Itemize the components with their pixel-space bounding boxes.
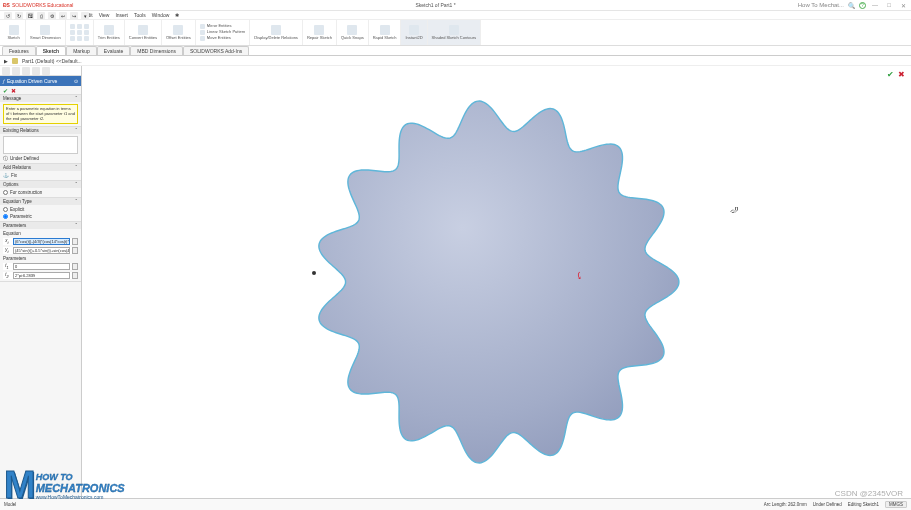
move-entities-label: Move Entities	[207, 36, 231, 40]
line-tool-icon[interactable]	[70, 24, 75, 29]
ribbon-quick-snaps[interactable]: Quick Snaps	[337, 20, 369, 45]
instant2d-icon	[409, 25, 419, 35]
collapse-icon[interactable]: ˄	[75, 128, 78, 133]
qa-redo-icon[interactable]: ↻	[15, 12, 23, 20]
tab-mbd-dimensions[interactable]: MBD Dimensions	[130, 46, 183, 55]
ellipse-tool-icon[interactable]	[77, 36, 82, 41]
ribbon-convert-entities[interactable]: Convert Entities	[125, 20, 162, 45]
mirror-entities-icon[interactable]	[200, 24, 205, 29]
t2-input[interactable]: 2*pi:6.2839	[13, 272, 70, 279]
pm-tab-feature-tree-icon[interactable]	[2, 67, 10, 75]
t2-spin-icon[interactable]	[72, 272, 78, 279]
point-tool-icon[interactable]	[84, 36, 89, 41]
convert-entities-icon	[138, 25, 148, 35]
pm-tab-config-icon[interactable]	[22, 67, 30, 75]
existing-relations-list[interactable]	[3, 136, 78, 154]
parametric-radio[interactable]: Parametric	[3, 214, 78, 219]
x-spin-icon[interactable]	[72, 238, 78, 245]
pm-tab-more-icon[interactable]	[42, 67, 50, 75]
menu-tools[interactable]: Tools	[134, 12, 146, 18]
ribbon-display-relations[interactable]: Display/Delete Relations	[250, 20, 303, 45]
ribbon-trim-entities[interactable]: Trim Entities	[94, 20, 125, 45]
pm-cancel-icon[interactable]: ✖	[11, 87, 16, 94]
breadcrumb-expand-icon[interactable]: ▶	[4, 58, 8, 64]
ribbon-repair-sketch[interactable]: Repair Sketch	[303, 20, 337, 45]
fix-relation-icon[interactable]: ⚓	[3, 173, 9, 178]
command-ribbon: Sketch Smart Dimension Trim Entities Con…	[0, 20, 911, 46]
ribbon-rapid-sketch[interactable]: Rapid Sketch	[369, 20, 402, 45]
x-equation-input[interactable]: (6*cos(t))-(4/3)*(cos(14*cos(t)*...	[13, 238, 70, 245]
qa-options-icon[interactable]: ⚙	[48, 12, 56, 20]
explicit-radio[interactable]: Explicit	[3, 207, 78, 212]
tab-evaluate[interactable]: Evaluate	[97, 46, 130, 55]
menu-more[interactable]: ✱	[175, 12, 179, 18]
pm-message-section: Message˄ Enter a parametric equation in …	[0, 95, 81, 127]
y-spin-icon[interactable]	[72, 247, 78, 254]
trim-entities-icon	[104, 25, 114, 35]
tab-addins[interactable]: SOLIDWORKS Add-Ins	[183, 46, 249, 55]
spline-tool-icon[interactable]	[70, 36, 75, 41]
collapse-icon[interactable]: ˄	[75, 182, 78, 187]
pm-title-bar: 𝑓 Equation Driven Curve ⊙	[0, 76, 81, 86]
window-minimize-button[interactable]: —	[870, 2, 880, 8]
qa-forward-icon[interactable]: ↪	[70, 12, 78, 20]
ribbon-offset-entities[interactable]: Offset Entities	[162, 20, 196, 45]
arc-tool-icon[interactable]	[77, 30, 82, 35]
search-icon[interactable]: 🔍	[848, 2, 855, 9]
breadcrumb-part-name[interactable]: Part1 (Default) <<Default...	[22, 58, 82, 64]
ribbon-display-relations-label: Display/Delete Relations	[254, 36, 298, 40]
qa-undo-icon[interactable]: ↺	[4, 12, 12, 20]
pm-pin-icon[interactable]: ⊙	[74, 78, 78, 84]
move-entities-icon[interactable]	[200, 36, 205, 41]
ribbon-shaded-contours[interactable]: Shaded Sketch Contours	[428, 20, 481, 45]
tab-markup[interactable]: Markup	[66, 46, 97, 55]
quick-access-toolbar: ↺ ↻ 🖫 ⎙ ⚙ ↩ ↪ ▾	[4, 11, 89, 20]
tab-sketch[interactable]: Sketch	[36, 46, 66, 55]
menu-window[interactable]: Window	[152, 12, 170, 18]
window-close-button[interactable]: ✕	[898, 2, 908, 9]
status-units[interactable]: MMGS	[885, 501, 907, 508]
graphics-viewport[interactable]: ✔ ✖ ⤹ ⮰	[82, 66, 911, 498]
pm-message-text: Enter a parametric equation in terms of …	[3, 104, 78, 124]
collapse-icon[interactable]: ˄	[75, 96, 78, 101]
linear-pattern-label: Linear Sketch Pattern	[207, 30, 245, 34]
ribbon-instant2d[interactable]: Instant2D	[401, 20, 427, 45]
qa-save-icon[interactable]: 🖫	[26, 12, 34, 20]
menu-insert[interactable]: Insert	[115, 12, 128, 18]
pm-ok-icon[interactable]: ✔	[3, 87, 8, 94]
circle-tool-icon[interactable]	[70, 30, 75, 35]
slot-tool-icon[interactable]	[84, 24, 89, 29]
pm-options-section: Options˄ For construction	[0, 181, 81, 198]
ribbon-sketch[interactable]: Sketch	[2, 20, 26, 45]
pm-title-text: Equation Driven Curve	[7, 78, 57, 84]
cancel-sketch-icon[interactable]: ✖	[898, 70, 905, 79]
pm-tab-property-icon[interactable]	[12, 67, 20, 75]
for-construction-input[interactable]	[3, 190, 8, 195]
collapse-icon[interactable]: ˄	[75, 165, 78, 170]
quick-snaps-icon	[347, 25, 357, 35]
polygon-tool-icon[interactable]	[84, 30, 89, 35]
for-construction-checkbox[interactable]: For construction	[3, 190, 78, 195]
equation-curve-shape	[297, 82, 697, 482]
t1-spin-icon[interactable]	[72, 263, 78, 270]
collapse-icon[interactable]: ˄	[75, 199, 78, 204]
confirm-sketch-icon[interactable]: ✔	[887, 70, 894, 79]
menu-bar: File Edit View Insert Tools Window ✱	[0, 11, 911, 20]
linear-pattern-icon[interactable]	[200, 30, 205, 35]
y-label: yt	[3, 247, 11, 254]
qa-back-icon[interactable]: ↩	[59, 12, 67, 20]
pm-tab-display-icon[interactable]	[32, 67, 40, 75]
collapse-icon[interactable]: ˄	[75, 223, 78, 228]
tab-features[interactable]: Features	[2, 46, 36, 55]
window-maximize-button[interactable]: □	[884, 2, 894, 8]
qa-print-icon[interactable]: ⎙	[37, 12, 45, 20]
curve-start-node[interactable]	[312, 271, 316, 275]
t1-input[interactable]: 0	[13, 263, 70, 270]
y-equation-input[interactable]: (45*sin(t))+0.5*sin(t)+sin(cos(4*...	[13, 247, 70, 254]
help-icon[interactable]: ?	[859, 2, 866, 9]
ribbon-sketch-tools	[66, 20, 94, 45]
ribbon-smart-dimension[interactable]: Smart Dimension	[26, 20, 66, 45]
menu-view[interactable]: View	[99, 12, 110, 18]
qa-dropdown-icon[interactable]: ▾	[81, 12, 89, 20]
rectangle-tool-icon[interactable]	[77, 24, 82, 29]
